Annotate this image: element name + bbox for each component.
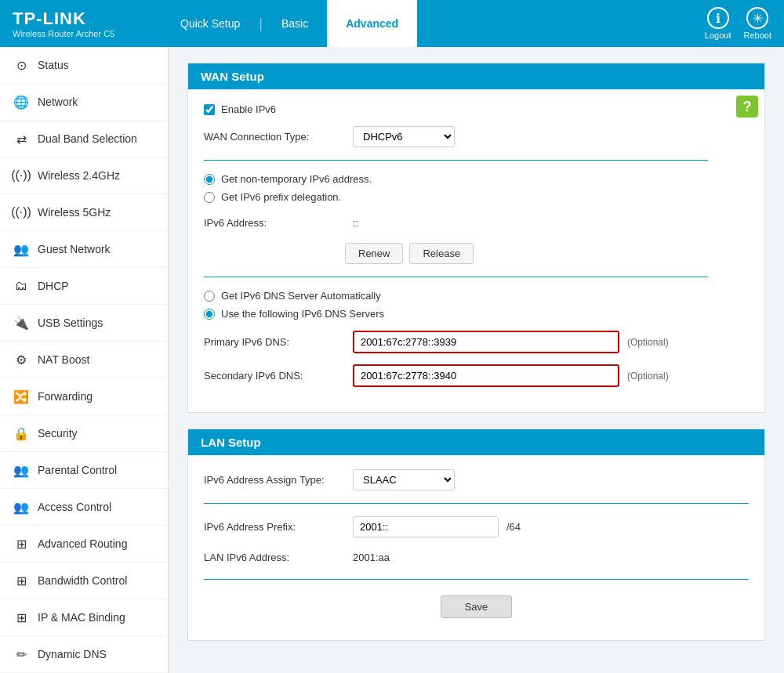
reboot-button[interactable]: ✳ Reboot — [744, 7, 771, 40]
sidebar-item-label: Advanced Routing — [38, 537, 155, 550]
brand-subtitle: Wireless Router Archer C5 — [13, 29, 162, 38]
sidebar-item-wireless-24[interactable]: ((·)) Wireless 2.4GHz — [0, 157, 168, 194]
save-button[interactable]: Save — [441, 595, 513, 618]
ipv6-address-label: IPv6 Address: — [204, 217, 345, 229]
sidebar-item-guest-network[interactable]: 👥 Guest Network — [0, 231, 168, 268]
ipv6-prefix-row: IPv6 Address Prefix: /64 — [204, 516, 749, 537]
help-button[interactable]: ? — [736, 96, 758, 118]
enable-ipv6-row: Enable IPv6 — [204, 103, 708, 115]
sidebar-item-label: Forwarding — [38, 390, 155, 403]
forwarding-icon: 🔀 — [13, 388, 30, 405]
dual-band-icon: ⇄ — [13, 130, 30, 147]
sidebar-item-label: Dual Band Selection — [38, 132, 155, 145]
secondary-dns-label: Secondary IPv6 DNS: — [204, 370, 345, 382]
sidebar-item-forwarding[interactable]: 🔀 Forwarding — [0, 378, 168, 415]
auto-dns-label: Get IPv6 DNS Server Automatically — [221, 290, 381, 302]
non-temp-radio-row: Get non-temporary IPv6 address. — [204, 173, 708, 185]
manual-dns-radio-row: Use the following IPv6 DNS Servers — [204, 308, 708, 320]
non-temp-label: Get non-temporary IPv6 address. — [221, 173, 372, 185]
release-button[interactable]: Release — [409, 243, 474, 264]
address-assign-type-select[interactable]: SLAAC DHCPv6 RADVD — [353, 469, 455, 490]
address-assign-type-row: IPv6 Address Assign Type: SLAAC DHCPv6 R… — [204, 469, 749, 490]
sidebar-item-network[interactable]: 🌐 Network — [0, 84, 168, 121]
status-icon: ⊙ — [13, 56, 30, 74]
sidebar-item-wireless-5[interactable]: ((·)) Wireless 5GHz — [0, 194, 168, 231]
access-control-icon: 👥 — [13, 498, 30, 516]
lan-setup-section: LAN Setup IPv6 Address Assign Type: SLAA… — [187, 429, 765, 641]
tab-advanced[interactable]: Advanced — [327, 0, 417, 47]
sidebar-item-label: Dynamic DNS — [38, 648, 155, 660]
logout-button[interactable]: ℹ Logout — [705, 7, 731, 40]
parental-control-icon: 👥 — [13, 461, 30, 479]
enable-ipv6-label: Enable IPv6 — [221, 103, 276, 115]
lan-setup-title: LAN Setup — [201, 436, 261, 449]
main-layout: ⊙ Status 🌐 Network ⇄ Dual Band Selection… — [0, 47, 784, 673]
prefix-delegation-radio[interactable] — [204, 192, 215, 203]
sidebar-item-label: Wireless 5GHz — [38, 206, 155, 219]
tab-quick-setup[interactable]: Quick Setup — [162, 0, 259, 47]
ipv6-prefix-input[interactable] — [353, 516, 499, 537]
prefix-delegation-label: Get IPv6 prefix delegation. — [221, 191, 341, 203]
manual-dns-radio[interactable] — [204, 309, 215, 320]
sidebar-item-usb-settings[interactable]: 🔌 USB Settings — [0, 305, 168, 342]
address-type-radio-group: Get non-temporary IPv6 address. Get IPv6… — [204, 173, 708, 203]
lan-setup-body: IPv6 Address Assign Type: SLAAC DHCPv6 R… — [188, 455, 764, 640]
secondary-dns-row: Secondary IPv6 DNS: (Optional) — [204, 364, 708, 387]
sidebar-item-label: Parental Control — [38, 464, 155, 476]
sidebar-item-nat-boost[interactable]: ⚙ NAT Boost — [0, 342, 168, 378]
sidebar-item-label: DHCP — [38, 280, 155, 292]
sidebar-item-label: NAT Boost — [38, 353, 155, 366]
prefix-delegation-radio-row: Get IPv6 prefix delegation. — [204, 191, 708, 203]
secondary-dns-input[interactable] — [353, 364, 619, 387]
sidebar-item-label: Status — [38, 59, 155, 71]
sidebar-item-security[interactable]: 🔒 Security — [0, 415, 168, 452]
save-row: Save — [204, 595, 749, 618]
sidebar-item-advanced-routing[interactable]: ⊞ Advanced Routing — [0, 526, 168, 563]
sidebar-item-dual-band[interactable]: ⇄ Dual Band Selection — [0, 121, 168, 157]
sidebar-item-status[interactable]: ⊙ Status — [0, 47, 168, 84]
wireless-24-icon: ((·)) — [13, 167, 30, 184]
non-temp-radio[interactable] — [204, 174, 215, 185]
help-area: ? — [724, 89, 764, 124]
primary-dns-input[interactable] — [353, 331, 619, 353]
ipv6-prefix-label: IPv6 Address Prefix: — [204, 521, 345, 533]
sidebar-item-label: Network — [38, 96, 155, 108]
sidebar: ⊙ Status 🌐 Network ⇄ Dual Band Selection… — [0, 47, 169, 673]
auto-dns-radio[interactable] — [204, 291, 215, 302]
sidebar-item-ip-mac-binding[interactable]: ⊞ IP & MAC Binding — [0, 599, 168, 636]
main-content: WAN Setup Enable IPv6 WAN Connection Typ… — [169, 47, 784, 673]
sidebar-item-dynamic-dns[interactable]: ✏ Dynamic DNS — [0, 636, 168, 673]
logo-area: TP-LINK Wireless Router Archer C5 — [13, 9, 162, 38]
divider-4 — [204, 579, 749, 580]
nat-boost-icon: ⚙ — [13, 351, 30, 368]
sidebar-item-parental-control[interactable]: 👥 Parental Control — [0, 452, 168, 489]
sidebar-item-dhcp[interactable]: 🗂 DHCP — [0, 268, 168, 305]
sidebar-item-access-control[interactable]: 👥 Access Control — [0, 489, 168, 526]
secondary-dns-optional: (Optional) — [627, 371, 669, 382]
guest-network-icon: 👥 — [13, 241, 30, 258]
enable-ipv6-checkbox[interactable] — [204, 104, 215, 115]
brand-logo: TP-LINK — [13, 9, 162, 29]
ip-mac-binding-icon: ⊞ — [13, 609, 30, 626]
usb-settings-icon: 🔌 — [13, 314, 30, 331]
wan-setup-title: WAN Setup — [201, 70, 264, 83]
renew-release-row: Renew Release — [345, 243, 708, 264]
lan-ipv6-address-row: LAN IPv6 Address: 2001:aa — [204, 548, 749, 566]
header: TP-LINK Wireless Router Archer C5 Quick … — [0, 0, 784, 47]
wan-setup-body: Enable IPv6 WAN Connection Type: DHCPv6 … — [188, 89, 724, 412]
wan-setup-section: WAN Setup Enable IPv6 WAN Connection Typ… — [187, 63, 765, 413]
lan-ipv6-address-label: LAN IPv6 Address: — [204, 552, 345, 563]
sidebar-item-bandwidth-control[interactable]: ⊞ Bandwidth Control — [0, 563, 168, 599]
sidebar-item-label: Bandwidth Control — [38, 574, 155, 587]
sidebar-item-label: Security — [38, 427, 155, 440]
address-assign-type-label: IPv6 Address Assign Type: — [204, 474, 345, 486]
sidebar-item-label: IP & MAC Binding — [38, 611, 155, 624]
network-icon: 🌐 — [13, 93, 30, 110]
wan-connection-type-row: WAN Connection Type: DHCPv6 PPPoEv6 Stat… — [204, 126, 708, 147]
security-icon: 🔒 — [13, 425, 30, 442]
ipv6-address-value: :: — [353, 214, 358, 232]
renew-button[interactable]: Renew — [345, 243, 403, 264]
sidebar-item-label: USB Settings — [38, 317, 155, 329]
wan-connection-type-select[interactable]: DHCPv6 PPPoEv6 Static IPv6 — [353, 126, 455, 147]
tab-basic[interactable]: Basic — [263, 0, 327, 47]
